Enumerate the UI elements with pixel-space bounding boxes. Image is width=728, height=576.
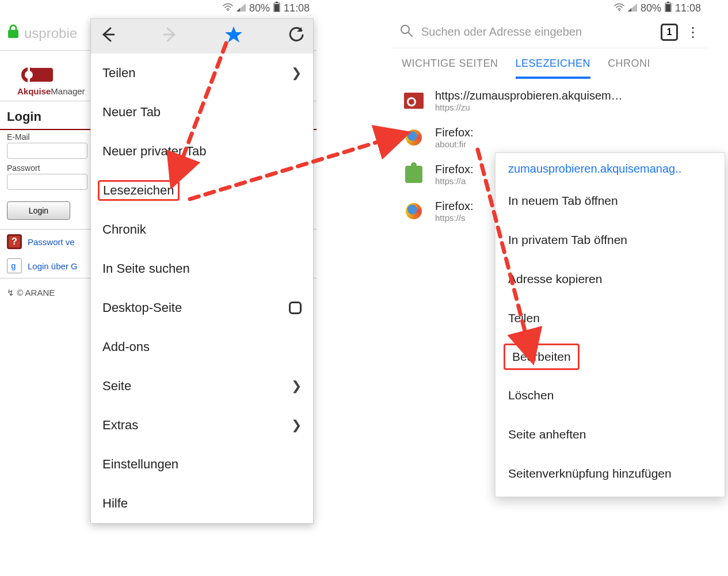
svg-point-12 bbox=[619, 9, 620, 10]
menu-neuer-tab[interactable]: Neuer Tab bbox=[91, 93, 313, 132]
bookmark-star-icon[interactable] bbox=[224, 25, 243, 48]
svg-line-17 bbox=[408, 32, 412, 36]
context-menu-title: zumausprobieren.akquisemanag.. bbox=[496, 153, 725, 181]
menu-nav-row bbox=[91, 19, 313, 54]
logo-word-1: Akquise bbox=[17, 86, 51, 96]
lock-icon bbox=[7, 24, 20, 43]
reload-icon[interactable] bbox=[287, 26, 306, 47]
search-placeholder: Suchen oder Adresse eingeben bbox=[421, 25, 653, 39]
help-icon: ? bbox=[7, 234, 22, 249]
menu-extras[interactable]: Extras❯ bbox=[91, 406, 313, 445]
menu-chronik[interactable]: Chronik bbox=[91, 210, 313, 249]
ctx-shortcut[interactable]: Seitenverknüpfung hinzufügen bbox=[496, 454, 725, 493]
checkbox-icon[interactable] bbox=[289, 302, 302, 314]
tab-chronik[interactable]: CHRONI bbox=[608, 58, 650, 79]
menu-teilen[interactable]: Teilen❯ bbox=[91, 54, 313, 93]
browser-menu: Teilen❯ Neuer Tab Neuer privater Tab Les… bbox=[90, 18, 314, 524]
ctx-share[interactable]: Teilen bbox=[496, 299, 725, 338]
wifi-icon bbox=[614, 2, 624, 14]
battery-percent: 80% bbox=[641, 2, 661, 14]
svg-text:g: g bbox=[11, 261, 16, 270]
ctx-pin[interactable]: Seite anheften bbox=[496, 415, 725, 454]
svg-rect-8 bbox=[28, 63, 30, 84]
svg-rect-2 bbox=[275, 4, 279, 12]
chevron-right-icon: ❯ bbox=[291, 418, 302, 433]
chevron-right-icon: ❯ bbox=[291, 66, 302, 81]
signal-icon bbox=[628, 2, 637, 14]
ctx-edit[interactable]: Bearbeiten bbox=[504, 344, 580, 370]
ctx-open-private-tab[interactable]: In privatem Tab öffnen bbox=[496, 220, 725, 260]
menu-addons[interactable]: Add-ons bbox=[91, 327, 313, 367]
tab-strip: WICHTIGE SEITEN LESEZEICHEN CHRONI bbox=[391, 48, 708, 79]
menu-neuer-privater-tab[interactable]: Neuer privater Tab bbox=[91, 132, 313, 171]
ctx-delete[interactable]: Löschen bbox=[496, 376, 725, 415]
menu-in-seite-suchen[interactable]: In Seite suchen bbox=[91, 249, 313, 288]
svg-point-0 bbox=[227, 9, 228, 10]
menu-desktop-seite[interactable]: Desktop-Seite bbox=[91, 288, 313, 327]
bookmark-item[interactable]: https://zumausprobieren.akquisem… https:… bbox=[391, 82, 708, 119]
search-icon bbox=[399, 24, 413, 41]
search-bar[interactable]: Suchen oder Adresse eingeben 1 ⋮ bbox=[391, 16, 708, 48]
forward-icon bbox=[161, 26, 180, 47]
svg-rect-15 bbox=[667, 2, 669, 3]
signal-icon bbox=[237, 2, 246, 14]
login-button[interactable]: Login bbox=[7, 201, 70, 220]
status-time: 11:08 bbox=[284, 2, 310, 14]
menu-einstellungen[interactable]: Einstellungen bbox=[91, 445, 313, 484]
svg-rect-14 bbox=[666, 4, 670, 12]
footer-icon: ↯ bbox=[7, 288, 17, 297]
email-field[interactable] bbox=[7, 143, 87, 159]
battery-icon bbox=[273, 2, 280, 15]
wifi-icon bbox=[223, 2, 233, 14]
bookmark-item[interactable]: Firefox:about:fir bbox=[391, 119, 708, 156]
favicon bbox=[403, 90, 425, 112]
menu-hilfe[interactable]: Hilfe bbox=[91, 484, 313, 523]
menu-seite[interactable]: Seite❯ bbox=[91, 367, 313, 406]
tab-count-button[interactable]: 1 bbox=[661, 24, 678, 41]
tab-lesezeichen[interactable]: LESEZEICHEN bbox=[516, 58, 591, 79]
svg-rect-4 bbox=[8, 30, 18, 38]
url-text: usprobie bbox=[24, 25, 77, 41]
favicon bbox=[403, 200, 425, 222]
chevron-right-icon: ❯ bbox=[291, 379, 302, 394]
svg-rect-3 bbox=[276, 2, 278, 3]
battery-percent: 80% bbox=[249, 2, 270, 14]
back-icon[interactable] bbox=[98, 26, 117, 47]
left-phone: 80% 11:08 usprobie AkquiseManager Login bbox=[0, 0, 317, 318]
password-field[interactable] bbox=[7, 174, 87, 190]
overflow-menu-icon[interactable]: ⋮ bbox=[686, 29, 700, 35]
ctx-copy-address[interactable]: Adresse kopieren bbox=[496, 260, 725, 299]
google-icon: g bbox=[7, 258, 22, 273]
battery-icon bbox=[665, 2, 672, 15]
menu-lesezeichen[interactable]: Lesezeichen bbox=[91, 171, 313, 210]
favicon bbox=[403, 163, 425, 185]
logo-word-2: Manager bbox=[51, 86, 85, 96]
status-bar: 80% 11:08 bbox=[391, 0, 708, 16]
favicon bbox=[403, 127, 425, 148]
ctx-open-new-tab[interactable]: In neuem Tab öffnen bbox=[496, 181, 725, 220]
status-time: 11:08 bbox=[675, 2, 701, 14]
status-bar: 80% 11:08 bbox=[0, 0, 317, 16]
bookmark-context-menu: zumausprobieren.akquisemanag.. In neuem … bbox=[495, 152, 725, 497]
footer-text: © ARANE bbox=[17, 288, 55, 297]
tab-wichtige-seiten[interactable]: WICHTIGE SEITEN bbox=[402, 58, 498, 79]
